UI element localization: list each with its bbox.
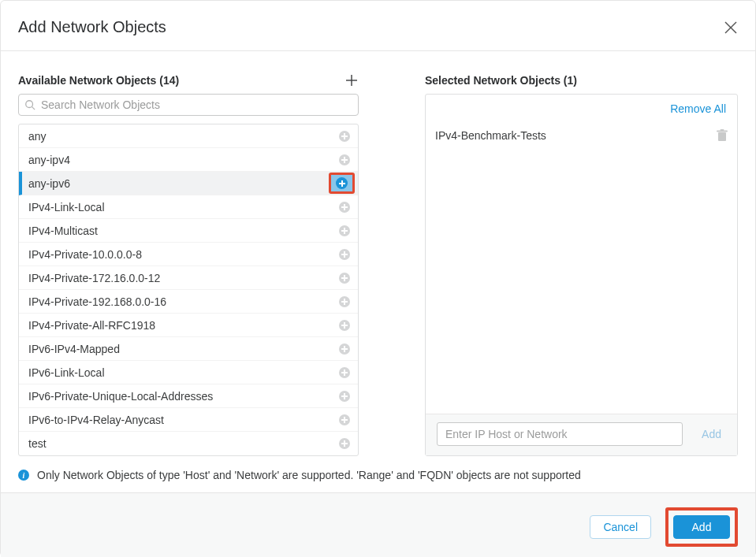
search-wrap: [18, 94, 359, 116]
available-item-label: IPv4-Multicast: [28, 225, 98, 237]
svg-line-5: [32, 107, 35, 110]
svg-rect-8: [721, 129, 724, 131]
ip-add-button[interactable]: Add: [697, 427, 726, 441]
selected-item: IPv4-Benchmark-Tests: [426, 124, 737, 147]
ip-host-input[interactable]: [437, 422, 683, 446]
selected-list: IPv4-Benchmark-Tests: [426, 120, 737, 414]
available-item-label: IPv4-Private-All-RFC1918: [28, 319, 155, 332]
info-bar: i Only Network Objects of type 'Host' an…: [1, 464, 755, 492]
available-item[interactable]: IPv4-Private-192.168.0.0-16: [19, 290, 358, 314]
add-item-icon[interactable]: [339, 202, 350, 213]
selected-objects-panel: Selected Network Objects (1) Remove All …: [425, 70, 738, 456]
available-item[interactable]: IPv4-Private-10.0.0.0-8: [19, 243, 358, 266]
available-header-label: Available Network Objects (14): [18, 74, 179, 87]
add-item-icon[interactable]: [339, 391, 350, 402]
available-item-label: any-ipv6: [28, 177, 70, 190]
available-item-label: IPv6-Link-Local: [28, 366, 105, 379]
available-item[interactable]: IPv6-Link-Local: [19, 361, 358, 384]
selected-header-label: Selected Network Objects (1): [425, 74, 577, 87]
available-list[interactable]: anyany-ipv4any-ipv6IPv4-Link-LocalIPv4-M…: [18, 124, 359, 456]
available-item[interactable]: IPv6-Private-Unique-Local-Addresses: [19, 384, 358, 408]
available-item[interactable]: IPv4-Link-Local: [19, 195, 358, 219]
available-item[interactable]: IPv4-Private-172.16.0.0-12: [19, 266, 358, 290]
available-item[interactable]: test: [19, 432, 358, 455]
info-icon: i: [18, 470, 29, 481]
svg-rect-6: [718, 132, 726, 141]
add-item-icon[interactable]: [336, 177, 348, 189]
available-item[interactable]: any-ipv6: [19, 172, 358, 195]
available-item[interactable]: any-ipv4: [19, 148, 358, 172]
available-item-label: any: [28, 130, 47, 143]
add-item-icon[interactable]: [339, 249, 350, 260]
add-item-icon[interactable]: [339, 320, 350, 331]
create-object-button[interactable]: [344, 73, 359, 87]
dialog-body: Available Network Objects (14) anyany-ip…: [1, 51, 755, 464]
selected-box: Remove All IPv4-Benchmark-Tests Add: [425, 94, 738, 456]
available-item-label: IPv6-Private-Unique-Local-Addresses: [28, 390, 213, 403]
available-item[interactable]: any: [19, 124, 358, 148]
add-item-highlight: [329, 173, 355, 194]
plus-icon: [344, 73, 359, 87]
add-button[interactable]: Add: [673, 515, 730, 539]
add-button-highlight: Add: [665, 507, 738, 547]
available-item-label: IPv4-Private-172.16.0.0-12: [28, 272, 160, 284]
available-item-label: IPv4-Link-Local: [28, 201, 105, 214]
add-network-objects-dialog: Add Network Objects Available Network Ob…: [0, 0, 756, 557]
available-item-label: IPv4-Private-10.0.0.0-8: [28, 248, 142, 261]
add-item-icon[interactable]: [339, 225, 350, 236]
available-item-label: IPv4-Private-192.168.0.0-16: [28, 295, 166, 308]
dialog-title: Add Network Objects: [18, 18, 166, 36]
available-item-label: test: [28, 437, 47, 450]
trash-icon[interactable]: [717, 129, 728, 142]
available-header: Available Network Objects (14): [18, 70, 359, 91]
search-icon: [24, 99, 35, 110]
add-item-icon[interactable]: [339, 273, 350, 284]
info-text: Only Network Objects of type 'Host' and …: [37, 469, 581, 481]
available-objects-panel: Available Network Objects (14) anyany-ip…: [18, 70, 359, 456]
close-icon: [724, 20, 738, 35]
selected-item-label: IPv4-Benchmark-Tests: [435, 129, 546, 142]
available-item-label: any-ipv4: [28, 154, 70, 166]
selected-header: Selected Network Objects (1): [425, 70, 738, 91]
add-item-icon[interactable]: [339, 131, 350, 142]
available-item[interactable]: IPv6-to-IPv4-Relay-Anycast: [19, 408, 358, 432]
available-item-label: IPv6-IPv4-Mapped: [28, 343, 120, 355]
dialog-header: Add Network Objects: [1, 1, 755, 51]
remove-all-link[interactable]: Remove All: [670, 102, 726, 115]
add-item-icon[interactable]: [339, 414, 350, 425]
available-item-label: IPv6-to-IPv4-Relay-Anycast: [28, 414, 164, 426]
cancel-button[interactable]: Cancel: [590, 515, 651, 539]
add-item-icon[interactable]: [339, 438, 350, 449]
available-item[interactable]: IPv4-Multicast: [19, 219, 358, 243]
selected-footer: Add: [426, 414, 737, 455]
svg-point-4: [26, 101, 33, 108]
available-item[interactable]: IPv6-IPv4-Mapped: [19, 337, 358, 361]
available-item[interactable]: IPv4-Private-All-RFC1918: [19, 314, 358, 337]
add-item-icon[interactable]: [339, 367, 350, 378]
add-item-icon[interactable]: [339, 343, 350, 355]
close-button[interactable]: [724, 20, 738, 35]
add-item-icon[interactable]: [339, 296, 350, 307]
dialog-footer: Cancel Add: [1, 492, 755, 557]
add-item-icon[interactable]: [339, 154, 350, 165]
search-input[interactable]: [18, 94, 359, 116]
